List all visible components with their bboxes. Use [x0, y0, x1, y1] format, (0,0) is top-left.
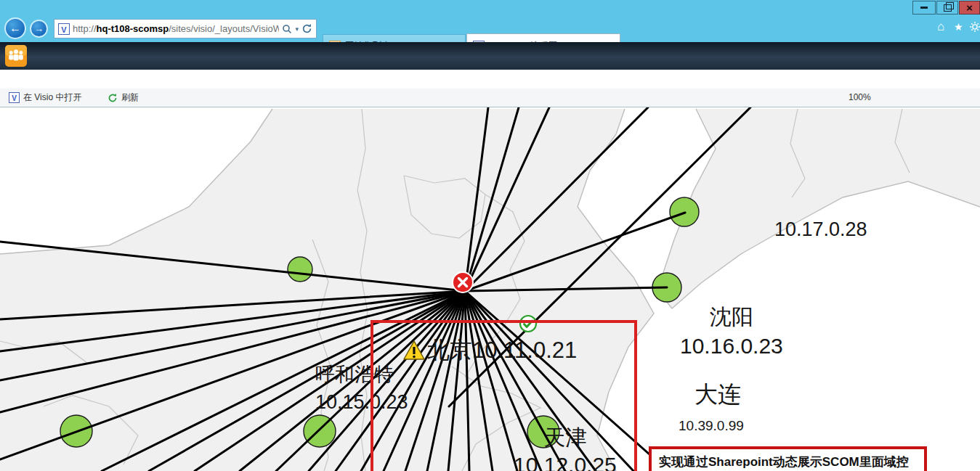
visio-toolbar: V 在 Visio 中打开 刷新 页-1 100% − + — [0, 89, 980, 107]
open-in-visio-button[interactable]: V 在 Visio 中打开 — [9, 91, 81, 104]
restore-button[interactable] — [936, 1, 958, 15]
url-text[interactable]: http://hq-t108-scomsp/sites/visio/_layou… — [73, 23, 279, 34]
webpart-header: Visio Web Access — [0, 70, 980, 89]
gear-icon[interactable] — [969, 21, 980, 35]
close-button[interactable]: × — [959, 1, 980, 15]
node-ip-shenyang: 10.16.0.23 — [680, 334, 783, 358]
annotation-box: 实现通过Sharepoint动态展示SCOM里面域控实时状态 — [649, 446, 927, 471]
visio-diagram-canvas[interactable]: 北京10.11.0.21 呼和浩特 10.15.0.23 沈阳 10.16.0.… — [0, 107, 980, 471]
svg-text:V: V — [61, 25, 67, 33]
window-titlebar: × — [0, 0, 980, 16]
ie-window: × ← → V http://hq-t108-scomsp/sites/visi… — [0, 0, 980, 471]
restore-icon — [944, 4, 952, 12]
refresh-icon[interactable] — [301, 23, 312, 34]
zoom-percent-label: 100% — [849, 92, 871, 102]
address-bar[interactable]: V http://hq-t108-scomsp/sites/visio/_lay… — [54, 19, 317, 38]
back-arrow-icon: ← — [9, 22, 21, 35]
visio-icon: V — [58, 23, 70, 35]
node-ip-northeast: 10.17.0.28 — [774, 219, 867, 241]
node-circle-huhehaote[interactable] — [288, 257, 312, 282]
sharepoint-suite-bar: visio ▸ 流程图: test.vdw ? 系统帐户 ▾ — [0, 42, 980, 70]
refresh-button[interactable]: 刷新 — [108, 91, 139, 104]
node-label-dalian: 大连 — [694, 382, 741, 407]
url-path: /sites/visio/_layouts/VisioW — [169, 23, 279, 34]
search-icon[interactable] — [282, 24, 292, 34]
browser-navbar: ← → V http://hq-t108-scomsp/sites/visio/… — [0, 16, 980, 42]
minimize-button[interactable] — [912, 1, 936, 15]
back-button[interactable]: ← — [4, 17, 26, 39]
node-ip-dalian: 10.39.0.99 — [679, 419, 744, 434]
zoom-percent: 100% — [849, 92, 871, 102]
forward-arrow-icon: → — [34, 23, 44, 34]
visio-icon: V — [9, 92, 20, 103]
refresh-label: 刷新 — [121, 91, 139, 104]
close-icon: × — [966, 1, 973, 14]
sharepoint-site-logo[interactable] — [5, 45, 27, 67]
home-icon[interactable]: ⌂ — [937, 20, 944, 33]
minimize-icon — [920, 7, 928, 9]
refresh-icon — [108, 93, 118, 103]
node-label-shenyang: 沈阳 — [710, 305, 753, 329]
star-icon[interactable]: ★ — [954, 22, 963, 32]
url-host: hq-t108-scomsp — [97, 23, 169, 34]
error-status-icon[interactable] — [453, 272, 473, 292]
search-caret-icon[interactable]: ▾ — [295, 25, 299, 33]
highlight-rectangle — [370, 320, 637, 471]
url-prefix: http:// — [73, 23, 97, 34]
open-in-visio-label: 在 Visio 中打开 — [23, 91, 81, 104]
svg-text:V: V — [12, 94, 17, 102]
forward-button[interactable]: → — [30, 20, 48, 38]
